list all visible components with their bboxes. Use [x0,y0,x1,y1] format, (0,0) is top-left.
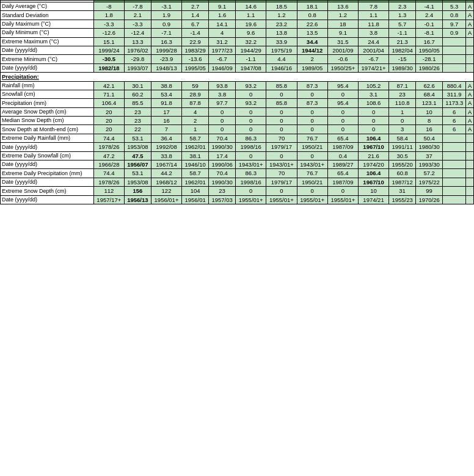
data-cell: 1950/21 [297,143,327,151]
data-cell: 1947/08 [236,63,266,72]
data-cell: 2 [182,117,209,125]
table-row: Average Snow Depth (cm)20231740000001106… [1,107,474,116]
data-cell: 1 [389,107,416,116]
data-cell: 37 [416,151,443,160]
data-cell: 28.9 [182,90,209,98]
data-cell: 33.8 [151,151,181,160]
data-cell [466,178,474,186]
data-cell: 70 [266,134,297,142]
data-cell: -8.1 [416,29,443,37]
data-cell: 24.4 [358,37,388,46]
data-cell: 2.1 [124,11,151,20]
table-row: Date (yyyy/dd)1999/241976/021999/281983/… [1,46,474,54]
data-cell [466,187,474,195]
data-cell: 58.7 [182,134,209,142]
data-cell: 1.6 [209,11,236,20]
table-row: Snowfall (cm)71.160.253.428.93.800003.12… [1,90,474,98]
data-cell: 0.8 [297,11,327,20]
data-cell [443,195,466,204]
row-label: Extreme Maximum (°C) [1,37,94,46]
data-cell: 1962/01 [182,143,209,151]
data-cell [443,63,466,72]
data-cell: 16.3 [151,37,181,46]
data-cell: 1975/22 [416,178,443,186]
table-row: Snow Depth at Month-end (cm)202271000000… [1,125,474,134]
data-cell: 58.7 [182,169,209,178]
row-label: Daily Minimum (°C) [1,29,94,37]
section-header: Precipitation: [1,73,474,81]
table-row: Precipitation (mm)106.485.591.887.897.79… [1,99,474,107]
data-cell: 9.6 [236,29,266,37]
data-cell [466,37,474,46]
data-cell: 1998/16 [236,143,266,151]
table-row: Date (yyyy/dd)1978/261953/081992/081962/… [1,143,474,151]
data-cell [443,143,466,151]
data-cell: 0 [327,187,358,195]
data-cell: 2.3 [389,2,416,11]
data-cell: 1.1 [358,11,388,20]
table-row: Extreme Minimum (°C)-30.5-29.8-23.9-13.6… [1,55,474,63]
data-cell: -8 [93,2,124,11]
row-label: Extreme Snow Depth (cm) [1,187,94,195]
data-cell: -6.7 [209,55,236,63]
data-cell: 1.8 [93,11,124,20]
data-cell: 86.3 [236,134,266,142]
data-cell [466,195,474,204]
data-cell: 30.5 [389,151,416,160]
table-row: Extreme Daily Rainfall (mm)74.453.136.45… [1,134,474,142]
data-cell: 1974/20 [358,160,388,169]
data-cell: 1.1 [236,11,266,20]
data-cell: 0 [236,107,266,116]
data-cell: 1987/09 [327,178,358,186]
data-cell: 5.7 [389,20,416,28]
data-cell: 0 [266,125,297,134]
data-cell [443,151,466,160]
data-cell: 9.7 [443,20,466,28]
data-cell: 6 [443,125,466,134]
data-cell: 31.2 [209,37,236,46]
data-cell: 93.2 [236,81,266,90]
row-label: Date (yyyy/dd) [1,63,94,72]
data-cell: 65.4 [327,134,358,142]
data-cell: -3.3 [124,20,151,28]
data-cell: 9.1 [327,29,358,37]
data-cell: 34.4 [297,37,327,46]
data-cell: 123.1 [416,99,443,107]
data-cell: 0 [266,187,297,195]
data-cell: 1956/07 [124,160,151,169]
data-cell [443,134,466,142]
data-cell [443,160,466,169]
table-row: Date (yyyy/dd)1957/17+1956/131956/01+195… [1,195,474,204]
data-cell: 18.5 [266,2,297,11]
data-cell: A [466,99,474,107]
data-cell: 93.2 [236,99,266,107]
data-cell: 59 [182,81,209,90]
data-cell: 0 [266,117,297,125]
data-cell: 97.7 [209,99,236,107]
data-cell: 87.1 [389,81,416,90]
data-cell: 1989/05 [297,63,327,72]
data-cell: 13.5 [297,29,327,37]
data-cell: 1977/23 [209,46,236,54]
data-cell [443,178,466,186]
data-cell: 2.7 [182,2,209,11]
data-cell: 18 [327,20,358,28]
table-row: Extreme Snow Depth (cm)11215612210423000… [1,187,474,195]
data-cell: 7 [151,125,181,134]
data-cell: 1980/26 [416,63,443,72]
data-cell: 0.8 [443,11,466,20]
data-cell: 1995/05 [182,63,209,72]
data-cell: -12.6 [93,29,124,37]
data-cell: 1967/10 [358,178,388,186]
data-cell: 76.7 [297,169,327,178]
table-row: Extreme Daily Precipitation (mm)74.453.1… [1,169,474,178]
data-cell: 0 [297,187,327,195]
data-cell: 122 [151,187,181,195]
data-cell: 74.4 [93,134,124,142]
row-label: Date (yyyy/dd) [1,143,94,151]
data-cell: 3.8 [358,29,388,37]
data-cell: 0.9 [151,20,181,28]
data-cell: 0 [327,90,358,98]
data-cell [466,169,474,178]
data-cell: 16 [416,125,443,134]
